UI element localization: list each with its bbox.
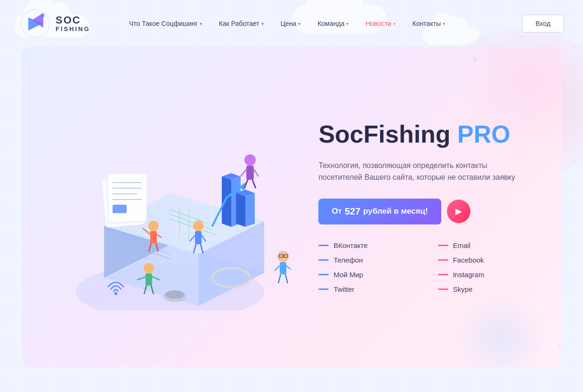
nav-item-news[interactable]: Новости ▾ (359, 16, 402, 31)
contact-label-vk: ВКонтакте (333, 241, 367, 249)
logo-fishing: FISHING (56, 26, 90, 32)
contact-label-email: Email (453, 241, 471, 249)
contact-item-vk: ВКонтакте (318, 241, 419, 249)
svg-point-39 (244, 154, 256, 166)
contact-label-instagram: Instagram (453, 271, 485, 279)
contacts-grid: ВКонтакте Email Телефон Facebook Мой Мир (318, 241, 538, 293)
svg-point-45 (193, 221, 203, 231)
dash-icon-blue (318, 274, 329, 275)
nav-item-how[interactable]: Как Работает ▾ (212, 16, 270, 31)
hero-title-main: SocFishing (318, 120, 457, 148)
nav-links: Что Такое Соцфишинг ▾ Как Работает ▾ Цен… (122, 16, 522, 31)
svg-point-34 (114, 292, 117, 295)
chevron-down-icon: ▾ (443, 21, 445, 26)
cta-suffix: рублей в месяц! (363, 207, 428, 216)
svg-line-44 (252, 180, 256, 188)
dash-icon-pink (438, 288, 448, 290)
svg-marker-20 (222, 176, 231, 227)
svg-rect-52 (150, 231, 157, 243)
svg-rect-40 (246, 166, 254, 180)
svg-line-65 (285, 274, 288, 283)
dash-icon-pink (438, 259, 448, 261)
svg-line-63 (286, 266, 291, 269)
cta-button[interactable]: От 527 рублей в месяц! (318, 199, 441, 224)
svg-rect-46 (195, 231, 202, 244)
deco-arrow-bottom: › (558, 338, 562, 353)
contact-item-facebook: Facebook (438, 256, 538, 264)
login-button[interactable]: Вход (522, 15, 564, 32)
chevron-down-icon: ▾ (200, 21, 202, 26)
svg-point-38 (165, 290, 184, 299)
nav-item-team[interactable]: Команда ▾ (311, 16, 355, 31)
dash-icon-pink (438, 245, 448, 246)
svg-rect-61 (280, 262, 286, 274)
chevron-down-icon: ▾ (298, 21, 300, 26)
play-button[interactable]: ▶ (447, 200, 470, 223)
hero-subtitle: Технология, позволяющая определить конта… (318, 160, 526, 184)
nav-item-contacts[interactable]: Контакты ▾ (406, 16, 452, 31)
chevron-down-icon: ▾ (261, 21, 264, 26)
svg-point-3 (40, 14, 44, 17)
svg-marker-23 (236, 193, 245, 227)
contact-item-phone: Телефон (318, 256, 419, 264)
svg-line-64 (278, 274, 281, 283)
svg-rect-33 (113, 205, 127, 213)
hero-illustration (21, 94, 318, 320)
contact-item-moimir: Мой Мир (318, 271, 419, 279)
svg-rect-28 (109, 174, 146, 221)
contact-label-skype: Skype (453, 285, 473, 293)
svg-marker-24 (245, 193, 255, 227)
dash-icon-blue (318, 259, 329, 261)
cta-row: От 527 рублей в месяц! ▶ (318, 199, 538, 224)
svg-line-41 (241, 169, 246, 176)
svg-line-62 (275, 266, 280, 271)
svg-line-42 (254, 169, 259, 176)
hero-section: › › (21, 47, 562, 367)
svg-rect-67 (146, 273, 152, 286)
contact-item-email: Email (438, 241, 538, 249)
deco-arrow-top: › (473, 51, 477, 66)
contact-label-twitter: Twitter (333, 285, 354, 293)
svg-point-66 (144, 263, 154, 273)
navbar: SOC FISHING Что Такое Соцфишинг ▾ Как Ра… (0, 0, 583, 47)
play-icon: ▶ (455, 206, 462, 216)
contact-label-facebook: Facebook (453, 256, 484, 264)
dash-icon-pink (438, 274, 448, 275)
dash-icon-blue (318, 245, 329, 246)
dash-icon-blue (318, 288, 329, 290)
logo-soc: SOC (56, 15, 90, 26)
logo[interactable]: SOC FISHING (19, 7, 94, 40)
contact-label-moimir: Мой Мир (333, 271, 363, 279)
nav-item-what[interactable]: Что Такое Соцфишинг ▾ (122, 16, 209, 31)
cta-prefix: От (332, 207, 342, 216)
contact-label-phone: Телефон (333, 256, 363, 264)
contact-item-instagram: Instagram (438, 271, 538, 279)
logo-text: SOC FISHING (56, 15, 90, 32)
chevron-down-icon: ▾ (393, 21, 396, 26)
svg-point-51 (148, 221, 159, 231)
logo-icon (19, 7, 52, 40)
contact-item-twitter: Twitter (318, 285, 419, 293)
nav-item-price[interactable]: Цена ▾ (274, 16, 308, 31)
contact-item-skype: Skype (438, 285, 538, 293)
cta-price: 527 (345, 206, 360, 217)
chevron-down-icon: ▾ (346, 21, 348, 26)
